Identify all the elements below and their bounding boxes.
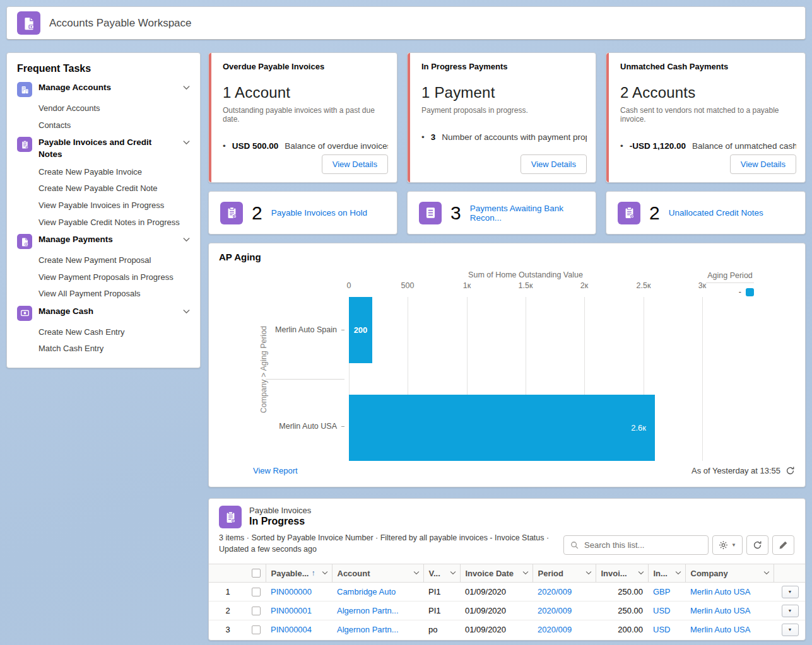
quick-count: 2: [252, 202, 262, 224]
x-tick: 1к: [463, 281, 471, 290]
period-link[interactable]: 2020/009: [538, 606, 572, 615]
sidebar-item-view-payment-proposals[interactable]: View Payment Proposals in Progress: [38, 272, 190, 283]
row-actions-button[interactable]: ▼: [782, 624, 799, 636]
x-tick: 500: [401, 281, 415, 290]
row-select-cell[interactable]: [247, 601, 266, 620]
payable-invoice-link[interactable]: PIN000001: [271, 606, 312, 615]
column-header-period[interactable]: Period: [533, 564, 596, 583]
sidebar-item-vendor-accounts[interactable]: Vendor Accounts: [38, 103, 190, 114]
kpi-bullet: •-USD 1,120.00Balance of unmatched cash …: [620, 141, 796, 151]
edit-button[interactable]: [772, 535, 794, 555]
quick-link[interactable]: Unallocated Credit Notes: [669, 208, 763, 218]
sidebar-section-manage-accounts[interactable]: Manage Accounts: [17, 82, 190, 97]
row-select-cell[interactable]: [247, 583, 266, 601]
company-link[interactable]: Merlin Auto USA: [690, 587, 750, 596]
quick-card-awaiting-bank-recon[interactable]: 3 Payments Awaiting Bank Recon...: [407, 191, 596, 235]
sidebar-item-create-payment-proposal[interactable]: Create New Payment Proposal: [38, 255, 190, 266]
payable-invoice-link[interactable]: PIN000004: [271, 625, 312, 634]
x-tick: 2.5к: [637, 281, 651, 290]
x-tick: 3к: [698, 281, 706, 290]
column-header-amount[interactable]: Invoi...: [596, 564, 648, 583]
quick-count: 2: [649, 202, 660, 224]
search-box[interactable]: [563, 535, 709, 555]
view-details-button[interactable]: View Details: [322, 154, 388, 174]
search-input[interactable]: [584, 540, 702, 550]
column-header-payable[interactable]: Payable...↑: [266, 564, 332, 583]
sidebar-section-payable-invoices[interactable]: Payable Invoices and Credit Notes: [17, 137, 190, 161]
sidebar-item-create-cash-entry[interactable]: Create New Cash Entry: [38, 327, 190, 338]
row-checkbox[interactable]: [252, 625, 261, 634]
sidebar-item-view-payable-invoices[interactable]: View Payable Invoices in Progress: [38, 200, 190, 211]
period-link[interactable]: 2020/009: [538, 587, 572, 596]
view-details-button[interactable]: View Details: [521, 154, 587, 174]
sidebar-item-view-payable-credit-notes[interactable]: View Payable Credit Notes in Progress: [38, 217, 190, 228]
currency-link[interactable]: GBP: [653, 587, 670, 596]
x-tick: 0: [347, 281, 351, 290]
bar-merlin-auto-spain[interactable]: 200: [349, 297, 372, 363]
row-checkbox[interactable]: [252, 607, 261, 615]
row-select-cell[interactable]: [247, 620, 266, 639]
payable-invoices-list-card: Payable Invoices In Progress 3 items · S…: [208, 498, 806, 641]
x-axis-title: Sum of Home Outstanding Value: [349, 270, 702, 279]
sidebar-section-manage-cash[interactable]: Manage Cash: [17, 306, 190, 321]
column-header-vendor[interactable]: V...: [423, 564, 460, 583]
column-header-company[interactable]: Company: [685, 564, 774, 583]
row-number: 3: [209, 620, 247, 639]
account-link[interactable]: Cambridge Auto: [337, 587, 396, 596]
sidebar-item-create-payable-credit-note[interactable]: Create New Payable Credit Note: [38, 183, 190, 194]
caret-down-icon: ▼: [788, 608, 792, 613]
column-header-invoice-date[interactable]: Invoice Date: [460, 564, 533, 583]
row-checkbox[interactable]: [252, 588, 261, 596]
account-link[interactable]: Algernon Partn...: [337, 625, 399, 634]
bar-value-label: 200: [354, 325, 368, 335]
kpi-headline: 2 Accounts: [620, 84, 796, 102]
alert-stripe: [209, 53, 211, 182]
legend-entry[interactable]: -: [706, 288, 754, 296]
chevron-down-icon: [183, 310, 190, 314]
quick-link[interactable]: Payments Awaiting Bank Recon...: [470, 204, 584, 223]
sidebar-item-view-all-payment-proposals[interactable]: View All Payment Proposals: [38, 288, 190, 299]
period-link[interactable]: 2020/009: [538, 625, 572, 634]
select-all-header[interactable]: [247, 564, 266, 583]
sidebar-item-match-cash-entry[interactable]: Match Cash Entry: [38, 343, 190, 354]
currency-link[interactable]: USD: [653, 606, 670, 615]
list-settings-button[interactable]: ▼: [712, 535, 743, 555]
row-actions-button[interactable]: ▼: [782, 586, 799, 598]
category-label: Merlin Auto Spain: [266, 325, 344, 334]
bar-value-label: 2.6к: [631, 423, 646, 433]
currency-link[interactable]: USD: [653, 625, 670, 634]
sidebar-section-manage-payments[interactable]: Manage Payments: [17, 234, 190, 249]
chevron-down-icon: [675, 571, 681, 575]
row-actions-button[interactable]: ▼: [782, 605, 799, 617]
chevron-down-icon: [585, 571, 592, 575]
page-title: Accounts Payable Workspace: [49, 17, 192, 30]
company-link[interactable]: Merlin Auto USA: [690, 625, 750, 634]
chevron-down-icon: [763, 571, 770, 575]
kpi-headline: 1 Account: [223, 84, 388, 102]
refresh-button[interactable]: [746, 535, 768, 555]
sidebar-item-create-payable-invoice[interactable]: Create New Payable Invoice: [38, 166, 190, 178]
account-link[interactable]: Algernon Partn...: [337, 606, 399, 615]
select-all-checkbox[interactable]: [252, 569, 261, 578]
sidebar-item-contacts[interactable]: Contacts: [38, 120, 190, 131]
bar-merlin-auto-usa[interactable]: 2.6к: [349, 395, 655, 461]
quick-link[interactable]: Payable Invoices on Hold: [271, 208, 367, 218]
caret-down-icon: ▼: [788, 627, 792, 632]
view-report-link[interactable]: View Report: [253, 466, 298, 475]
quick-card-invoices-on-hold[interactable]: 2 Payable Invoices on Hold: [208, 191, 397, 235]
ap-aging-chart-card: AP Aging Sum of Home Outstanding Value A…: [208, 243, 806, 487]
company-link[interactable]: Merlin Auto USA: [690, 606, 750, 615]
vendor-invoice-cell: po: [423, 620, 460, 639]
table-row: 1 PIN000000 Cambridge Auto PI1 01/09/202…: [209, 583, 806, 601]
quick-card-unallocated-credit-notes[interactable]: 2 Unallocated Credit Notes: [606, 191, 806, 235]
clipboard-icon: [219, 506, 242, 528]
list-view-name[interactable]: In Progress: [249, 516, 311, 527]
legend-title: Aging Period: [706, 271, 754, 283]
bullet-icon: •: [223, 141, 226, 151]
view-details-button[interactable]: View Details: [730, 154, 796, 174]
payable-invoice-link[interactable]: PIN000000: [271, 587, 312, 596]
column-header-currency[interactable]: In...: [648, 564, 685, 583]
cash-icon: [17, 306, 32, 321]
refresh-icon[interactable]: [786, 466, 795, 475]
column-header-account[interactable]: Account: [332, 564, 423, 583]
